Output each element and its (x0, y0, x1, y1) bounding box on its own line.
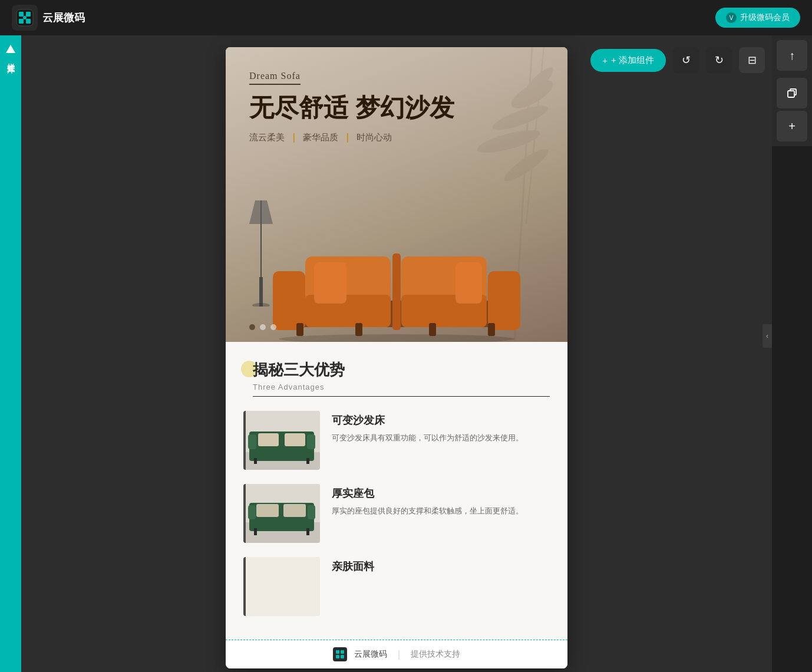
advantage-img-2 (243, 484, 320, 543)
svg-rect-60 (341, 650, 344, 654)
thick-cushion-image (243, 484, 320, 543)
svg-rect-44 (243, 411, 246, 470)
undo-button[interactable]: ↺ (673, 47, 699, 73)
svg-rect-54 (254, 528, 257, 535)
svg-rect-42 (254, 458, 257, 464)
fabric-image (243, 557, 320, 616)
svg-rect-16 (259, 277, 263, 307)
sidebar-triangle-icon (6, 45, 15, 53)
hero-tag-3: 时尚心动 (357, 132, 392, 143)
hero-content: Dream Sofa 无尽舒适 梦幻沙发 流云柔美 ｜ 豪华品质 ｜ 时尚心动 (249, 71, 454, 143)
copy-button[interactable] (777, 78, 807, 108)
footer-brand: 云展微码 (354, 649, 387, 660)
footer-logo (333, 647, 347, 661)
svg-point-18 (279, 334, 514, 342)
hero-divider-2: ｜ (343, 132, 352, 143)
svg-rect-43 (306, 458, 309, 464)
svg-rect-53 (283, 504, 306, 517)
logo-icon (12, 5, 38, 31)
svg-point-10 (476, 126, 542, 157)
svg-rect-32 (488, 323, 495, 336)
svg-rect-27 (455, 262, 482, 304)
hero-subtitle: Dream Sofa (249, 71, 301, 85)
add-component-area: + + 添加组件 ↺ ↻ ⊟ (590, 47, 765, 73)
advantage-title-2: 厚实座包 (332, 486, 550, 500)
sofa-image (255, 224, 538, 342)
svg-rect-56 (243, 484, 246, 543)
svg-rect-50 (248, 505, 256, 519)
svg-rect-55 (306, 528, 309, 535)
svg-rect-4 (26, 19, 31, 24)
svg-rect-52 (256, 504, 279, 517)
top-bar: 云展微码 V 升级微码会员 (0, 0, 812, 35)
sofa-bed-image (243, 411, 320, 470)
add-component-button[interactable]: + + 添加组件 (590, 49, 666, 72)
advantage-info-3: 亲肤面料 (332, 557, 550, 578)
advantage-title-3: 亲肤面料 (332, 559, 550, 574)
advantage-img-3 (243, 557, 320, 616)
hero-title: 无尽舒适 梦幻沙发 (249, 93, 454, 123)
right-toolbar: ↑ + (772, 35, 812, 146)
svg-rect-58 (243, 557, 246, 616)
svg-rect-2 (26, 12, 31, 17)
svg-rect-41 (285, 433, 305, 446)
footer-divider: ｜ (394, 648, 404, 661)
advantage-img-1 (243, 411, 320, 470)
vip-icon: V (726, 12, 737, 23)
hero-tag-1: 流云柔美 (249, 132, 285, 143)
svg-rect-38 (248, 434, 256, 449)
svg-rect-3 (19, 19, 24, 24)
section-subtitle: Three Advantages (253, 383, 550, 391)
dot-2[interactable] (260, 324, 266, 330)
section-header: 揭秘三大优势 Three Advantages (243, 360, 550, 397)
footer-support: 提供技术支持 (411, 649, 460, 660)
canvas-area: Dream Sofa 无尽舒适 梦幻沙发 流云柔美 ｜ 豪华品质 ｜ 时尚心动 (21, 35, 772, 672)
upload-button[interactable]: ↑ (777, 40, 807, 71)
edge-toggle[interactable]: ‹ (763, 324, 772, 348)
advantage-item-2: 厚实座包 厚实的座包提供良好的支撑和柔软触感，坐上面更舒适。 (243, 484, 550, 543)
page-mockup: Dream Sofa 无尽舒适 梦幻沙发 流云柔美 ｜ 豪华品质 ｜ 时尚心动 (226, 47, 567, 668)
svg-rect-1 (19, 12, 24, 17)
sidebar-label: 样式库 (5, 57, 16, 60)
svg-rect-30 (355, 323, 362, 336)
svg-rect-29 (296, 323, 303, 336)
redo-button[interactable]: ↻ (706, 47, 732, 73)
left-sidebar[interactable]: 样式库 (0, 35, 21, 672)
add-section-button[interactable]: + (777, 111, 807, 141)
logo-area: 云展微码 (12, 5, 85, 31)
svg-rect-57 (243, 557, 320, 616)
svg-rect-39 (307, 434, 315, 449)
advantages-section: 揭秘三大优势 Three Advantages (226, 342, 567, 640)
advantage-info-2: 厚实座包 厚实的座包提供良好的支撑和柔软触感，坐上面更舒适。 (332, 484, 550, 518)
section-title: 揭秘三大优势 (253, 360, 550, 380)
save-button[interactable]: ⊟ (739, 47, 765, 73)
advantage-info-1: 可变沙发床 可变沙发床具有双重功能，可以作为舒适的沙发来使用。 (332, 411, 550, 444)
svg-rect-59 (336, 650, 339, 654)
svg-rect-31 (429, 323, 436, 336)
upgrade-button[interactable]: V 升级微码会员 (715, 8, 800, 28)
advantage-item-1: 可变沙发床 可变沙发床具有双重功能，可以作为舒适的沙发来使用。 (243, 411, 550, 470)
lamp-decoration (243, 200, 279, 307)
plus-icon: + (602, 55, 608, 65)
svg-marker-15 (249, 200, 273, 224)
logo-text: 云展微码 (42, 11, 85, 25)
hero-dots (249, 324, 276, 330)
hero-banner: Dream Sofa 无尽舒适 梦幻沙发 流云柔美 ｜ 豪华品质 ｜ 时尚心动 (226, 47, 567, 342)
page-footer: 云展微码 ｜ 提供技术支持 (226, 640, 567, 668)
hero-tag-2: 豪华品质 (303, 132, 338, 143)
svg-point-5 (23, 16, 27, 19)
svg-rect-40 (258, 433, 279, 446)
dot-3[interactable] (270, 324, 276, 330)
advantage-item-3: 亲肤面料 (243, 557, 550, 616)
svg-rect-62 (341, 655, 344, 658)
hero-divider-1: ｜ (289, 132, 298, 143)
svg-rect-6 (788, 91, 794, 97)
section-divider (253, 396, 550, 397)
dot-1[interactable] (249, 324, 255, 330)
svg-point-17 (252, 303, 270, 307)
advantage-desc-2: 厚实的座包提供良好的支撑和柔软触感，坐上面更舒适。 (332, 505, 550, 518)
hero-tags: 流云柔美 ｜ 豪华品质 ｜ 时尚心动 (249, 132, 454, 143)
svg-rect-51 (308, 505, 315, 519)
svg-rect-21 (488, 271, 520, 330)
svg-rect-61 (336, 655, 339, 658)
